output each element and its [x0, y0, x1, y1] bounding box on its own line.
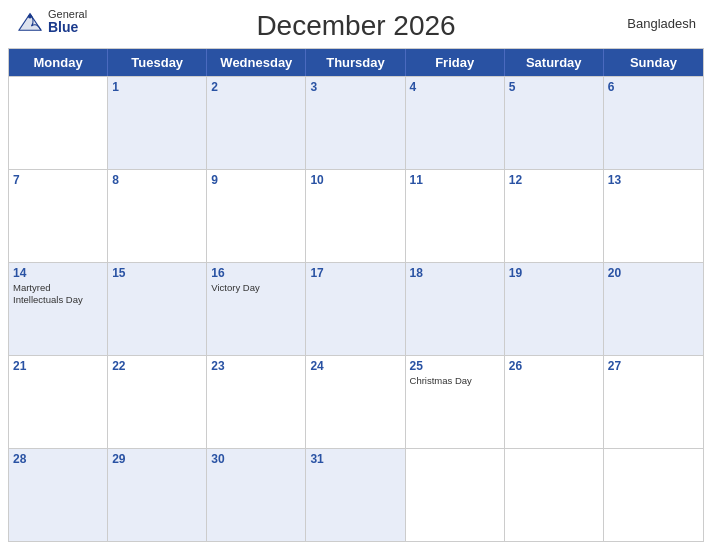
- cell-date: 18: [410, 266, 500, 280]
- calendar-cell: 14Martyred Intellectuals Day: [9, 263, 108, 355]
- calendar-cell: 4: [406, 77, 505, 169]
- calendar-cell: [9, 77, 108, 169]
- calendar-cell: 16Victory Day: [207, 263, 306, 355]
- day-header-friday: Friday: [406, 49, 505, 76]
- calendar: MondayTuesdayWednesdayThursdayFridaySatu…: [8, 48, 704, 542]
- calendar-cell: [604, 449, 703, 541]
- cell-date: 9: [211, 173, 301, 187]
- cell-date: 22: [112, 359, 202, 373]
- cell-date: 24: [310, 359, 400, 373]
- cell-date: 29: [112, 452, 202, 466]
- day-header-saturday: Saturday: [505, 49, 604, 76]
- calendar-cell: 6: [604, 77, 703, 169]
- calendar-cell: 10: [306, 170, 405, 262]
- calendar-cell: 8: [108, 170, 207, 262]
- svg-point-2: [28, 14, 32, 18]
- cell-date: 28: [13, 452, 103, 466]
- header: General Blue December 2026 Bangladesh: [0, 0, 712, 48]
- cell-date: 21: [13, 359, 103, 373]
- day-header-sunday: Sunday: [604, 49, 703, 76]
- cell-date: 17: [310, 266, 400, 280]
- calendar-cell: 3: [306, 77, 405, 169]
- calendar-cell: 7: [9, 170, 108, 262]
- cell-date: 14: [13, 266, 103, 280]
- logo: General Blue: [16, 8, 87, 35]
- calendar-cell: 2: [207, 77, 306, 169]
- country-label: Bangladesh: [627, 16, 696, 31]
- cell-date: 26: [509, 359, 599, 373]
- day-header-thursday: Thursday: [306, 49, 405, 76]
- calendar-cell: 18: [406, 263, 505, 355]
- calendar-cell: 23: [207, 356, 306, 448]
- calendar-cell: 21: [9, 356, 108, 448]
- day-headers: MondayTuesdayWednesdayThursdayFridaySatu…: [9, 49, 703, 76]
- cell-event: Victory Day: [211, 282, 301, 293]
- cell-date: 13: [608, 173, 699, 187]
- logo-icon: [16, 11, 44, 33]
- cell-date: 27: [608, 359, 699, 373]
- cell-date: 20: [608, 266, 699, 280]
- calendar-cell: 29: [108, 449, 207, 541]
- day-header-wednesday: Wednesday: [207, 49, 306, 76]
- calendar-cell: 31: [306, 449, 405, 541]
- calendar-cell: 28: [9, 449, 108, 541]
- calendar-cell: 20: [604, 263, 703, 355]
- cell-date: 2: [211, 80, 301, 94]
- calendar-cell: 22: [108, 356, 207, 448]
- month-title: December 2026: [256, 10, 455, 42]
- calendar-cell: 13: [604, 170, 703, 262]
- calendar-cell: [406, 449, 505, 541]
- page: General Blue December 2026 Bangladesh Mo…: [0, 0, 712, 550]
- week-1: 123456: [9, 76, 703, 169]
- calendar-cell: 12: [505, 170, 604, 262]
- cell-date: 5: [509, 80, 599, 94]
- calendar-cell: 25Christmas Day: [406, 356, 505, 448]
- week-5: 28293031: [9, 448, 703, 541]
- cell-date: 6: [608, 80, 699, 94]
- logo-blue: Blue: [48, 20, 87, 35]
- cell-date: 15: [112, 266, 202, 280]
- calendar-cell: 9: [207, 170, 306, 262]
- calendar-cell: [505, 449, 604, 541]
- cell-date: 31: [310, 452, 400, 466]
- cell-date: 23: [211, 359, 301, 373]
- week-4: 2122232425Christmas Day2627: [9, 355, 703, 448]
- calendar-cell: 24: [306, 356, 405, 448]
- calendar-cell: 5: [505, 77, 604, 169]
- cell-date: 8: [112, 173, 202, 187]
- calendar-cell: 30: [207, 449, 306, 541]
- cell-date: 7: [13, 173, 103, 187]
- calendar-cell: 19: [505, 263, 604, 355]
- calendar-cell: 27: [604, 356, 703, 448]
- weeks: 1234567891011121314Martyred Intellectual…: [9, 76, 703, 541]
- calendar-cell: 26: [505, 356, 604, 448]
- cell-date: 4: [410, 80, 500, 94]
- week-3: 14Martyred Intellectuals Day1516Victory …: [9, 262, 703, 355]
- cell-date: 25: [410, 359, 500, 373]
- cell-date: 11: [410, 173, 500, 187]
- cell-date: 12: [509, 173, 599, 187]
- calendar-cell: 1: [108, 77, 207, 169]
- cell-date: 10: [310, 173, 400, 187]
- cell-date: 16: [211, 266, 301, 280]
- calendar-cell: 11: [406, 170, 505, 262]
- week-2: 78910111213: [9, 169, 703, 262]
- calendar-cell: 17: [306, 263, 405, 355]
- calendar-cell: 15: [108, 263, 207, 355]
- cell-date: 19: [509, 266, 599, 280]
- cell-date: 3: [310, 80, 400, 94]
- cell-date: 30: [211, 452, 301, 466]
- day-header-tuesday: Tuesday: [108, 49, 207, 76]
- day-header-monday: Monday: [9, 49, 108, 76]
- cell-event: Christmas Day: [410, 375, 500, 386]
- cell-event: Martyred Intellectuals Day: [13, 282, 103, 305]
- cell-date: 1: [112, 80, 202, 94]
